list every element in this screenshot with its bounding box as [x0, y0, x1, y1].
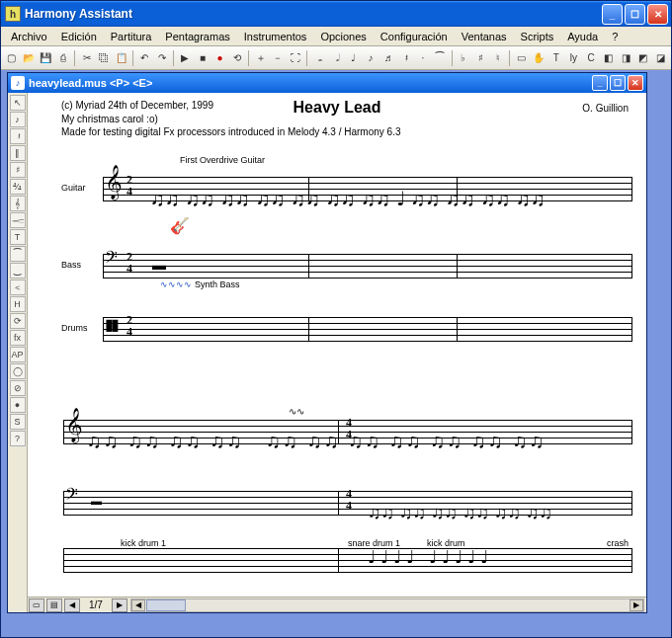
menu-archivo[interactable]: Archivo	[5, 29, 53, 44]
view-mode-button[interactable]: ▭	[29, 598, 44, 612]
close-button[interactable]: ✕	[647, 4, 668, 25]
tool-note-whole-icon[interactable]: 𝅝	[310, 49, 327, 67]
tool-misc-icon[interactable]: ◧	[600, 49, 617, 67]
staff-guitar[interactable]: Guitar 𝄞 24	[61, 169, 632, 234]
tool-tie-icon[interactable]: ⁀	[432, 49, 449, 67]
palette-loop-icon[interactable]: ◯	[10, 363, 26, 379]
horizontal-scrollbar[interactable]: ◀ ▶	[130, 598, 644, 612]
tool-misc-icon[interactable]: ◩	[635, 49, 652, 67]
document-footer: ▭ ▤ ◀ 1/7 ▶ ◀ ▶	[28, 597, 646, 612]
palette-clef-icon[interactable]: 𝄞	[10, 196, 26, 211]
menu-edicion[interactable]: Edición	[55, 29, 103, 44]
tool-cut-icon[interactable]: ✂	[78, 49, 95, 67]
next-page-button[interactable]: ▶	[112, 598, 127, 612]
menu-scripts[interactable]: Scripts	[515, 29, 560, 44]
palette-help-icon[interactable]: ?	[10, 431, 26, 446]
tool-note-rest-icon[interactable]: 𝄽	[397, 49, 414, 67]
drum-label: kick drum 1	[121, 538, 166, 548]
tool-zoom-in-icon[interactable]: ＋	[252, 49, 269, 67]
bass-clef-icon: 𝄢	[65, 485, 78, 508]
tool-dot-icon[interactable]: ·	[415, 49, 432, 67]
document-window-buttons: _ ☐ ✕	[592, 75, 643, 91]
staff-drums-2[interactable]: ♩ ♩ ♩ ♩ ♩ ♩ ♩ ♩ ♩ kick drum 1 snare drum…	[61, 540, 632, 580]
menu-ayuda[interactable]: Ayuda	[561, 29, 604, 44]
tool-misc-icon[interactable]: ◪	[652, 49, 669, 67]
tool-stop-icon[interactable]: ■	[195, 49, 211, 67]
tool-select-icon[interactable]: ▭	[513, 49, 530, 67]
tool-record-icon[interactable]: ●	[211, 49, 228, 67]
document-body: ↖ ♪ 𝄽 ‖ ♯ ⁴⁄₄ 𝄞 𝆒 T ⁀ ‿ ＜ H ⟳ fx AP ◯	[8, 93, 646, 612]
palette-bar-icon[interactable]: ‖	[10, 145, 26, 161]
staff-bass-2[interactable]: 𝄢 44 ▬ ♫♫ ♫♫ ♫♫ ♫♫ ♫♫ ♫♫	[61, 483, 632, 528]
tool-chord-icon[interactable]: C	[583, 49, 600, 67]
tool-redo-icon[interactable]: ↷	[154, 49, 171, 67]
menu-help-q[interactable]: ?	[606, 29, 624, 44]
tool-undo-icon[interactable]: ↶	[136, 49, 153, 67]
doc-maximize-button[interactable]: ☐	[610, 75, 626, 91]
tool-print-icon[interactable]: ⎙	[55, 49, 72, 67]
staff-drums[interactable]: Drums ▮▮ 24	[61, 309, 632, 353]
menu-ventanas[interactable]: Ventanas	[456, 29, 513, 44]
palette-time-icon[interactable]: ⁴⁄₄	[10, 179, 26, 195]
palette-rec-icon[interactable]: ●	[10, 397, 26, 413]
menu-configuracion[interactable]: Configuración	[375, 29, 454, 44]
barline	[631, 254, 632, 278]
tool-flat-icon[interactable]: ♭	[456, 49, 472, 67]
scroll-right-button[interactable]: ▶	[630, 599, 643, 611]
tool-new-icon[interactable]: ▢	[3, 49, 20, 67]
tool-open-icon[interactable]: 📂	[21, 49, 38, 67]
menu-opciones[interactable]: Opciones	[314, 29, 372, 44]
tool-note-eighth-icon[interactable]: ♪	[363, 49, 379, 67]
tool-note-half-icon[interactable]: 𝅗𝅥	[328, 49, 345, 67]
document-titlebar[interactable]: ♪ heavylead.mus <P> <E> _ ☐ ✕	[8, 73, 646, 93]
palette-mute-icon[interactable]: ⊘	[10, 380, 26, 396]
palette-ap-icon[interactable]: AP	[10, 347, 26, 362]
scroll-thumb[interactable]	[146, 599, 186, 611]
tool-copy-icon[interactable]: ⿻	[96, 49, 113, 67]
menu-pentagramas[interactable]: Pentagramas	[159, 29, 235, 44]
palette-repeat-icon[interactable]: ⟳	[10, 313, 26, 329]
tool-natural-icon[interactable]: ♮	[490, 49, 507, 67]
tool-lyrics-icon[interactable]: ly	[565, 49, 582, 67]
bass-clef-icon: 𝄢	[105, 248, 118, 271]
tool-misc-icon[interactable]: ◨	[618, 49, 634, 67]
palette-hairpin-icon[interactable]: ＜	[10, 279, 26, 295]
staff-guitar-2[interactable]: 𝄞 44 ♫♫ ♫♫ ♫♫ ♫♫ ♫♫ ♫♫ ♫♫ ♫♫ ♫♫ ♫♫ ♫♫ ∿∿	[61, 412, 632, 471]
palette-note-icon[interactable]: ♪	[10, 112, 26, 127]
tool-sharp-icon[interactable]: ♯	[472, 49, 489, 67]
tool-zoom-out-icon[interactable]: －	[270, 49, 287, 67]
tool-loop-icon[interactable]: ⟲	[229, 49, 246, 67]
view-mode-button[interactable]: ▤	[46, 598, 62, 612]
prev-page-button[interactable]: ◀	[64, 598, 80, 612]
palette-key-icon[interactable]: ♯	[10, 162, 26, 178]
menu-instrumentos[interactable]: Instrumentos	[238, 29, 313, 44]
palette-arrow-icon[interactable]: ↖	[10, 95, 26, 111]
doc-minimize-button[interactable]: _	[592, 75, 608, 91]
tool-play-icon[interactable]: ▶	[177, 49, 194, 67]
tool-hand-icon[interactable]: ✋	[531, 49, 547, 67]
tool-save-icon[interactable]: 💾	[38, 49, 54, 67]
menu-partitura[interactable]: Partitura	[105, 29, 158, 44]
scroll-left-button[interactable]: ◀	[131, 599, 145, 611]
palette-h-icon[interactable]: H	[10, 296, 26, 312]
tool-text-icon[interactable]: T	[548, 49, 565, 67]
system-2: 𝄞 44 ♫♫ ♫♫ ♫♫ ♫♫ ♫♫ ♫♫ ♫♫ ♫♫ ♫♫ ♫♫ ♫♫ ∿∿	[61, 412, 632, 580]
palette-dynamics-icon[interactable]: 𝆒	[10, 212, 26, 228]
score-view[interactable]: Heavy Lead O. Guillion (c) Myriad 24th o…	[28, 93, 646, 597]
tool-note-sixteenth-icon[interactable]: ♬	[379, 49, 396, 67]
staff-label: Guitar	[61, 183, 86, 193]
maximize-button[interactable]: ☐	[625, 4, 645, 25]
titlebar[interactable]: h Harmony Assistant _ ☐ ✕	[1, 1, 671, 27]
tool-paste-icon[interactable]: 📋	[113, 49, 129, 67]
doc-close-button[interactable]: ✕	[628, 75, 643, 91]
palette-slur-icon[interactable]: ‿	[10, 263, 26, 279]
palette-rest-icon[interactable]: 𝄽	[10, 128, 26, 144]
palette-fx-icon[interactable]: fx	[10, 330, 26, 346]
tool-fit-icon[interactable]: ⛶	[288, 49, 304, 67]
palette-tie-icon[interactable]: ⁀	[10, 246, 26, 262]
tool-note-quarter-icon[interactable]: ♩	[345, 49, 362, 67]
palette-text-icon[interactable]: T	[10, 229, 26, 245]
minimize-button[interactable]: _	[602, 4, 623, 25]
palette-s-icon[interactable]: S	[10, 414, 26, 430]
staff-bass[interactable]: Bass 𝄢 24 ▬ ∿∿	[61, 246, 632, 297]
